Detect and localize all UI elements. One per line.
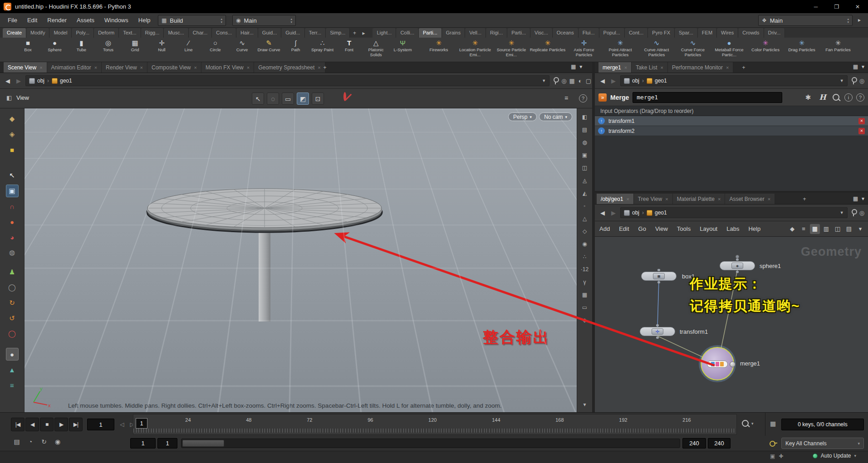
playhead-marker[interactable]: 1 xyxy=(136,418,147,429)
scene-materials-icon[interactable]: ◍ xyxy=(579,137,590,147)
net-tools-icon[interactable]: ◆ xyxy=(787,224,797,234)
close-tab-icon[interactable]: × xyxy=(718,196,721,202)
shelf-tool[interactable]: T Font xyxy=(336,38,363,61)
pin-icon[interactable] xyxy=(850,209,857,217)
scene-viewport[interactable]: Persp ▾ No cam ▾ y x Left mouse tumbles.… xyxy=(25,108,577,412)
remove-input-icon[interactable]: × xyxy=(858,118,865,124)
shelf-add-tab-button[interactable]: + xyxy=(350,28,359,38)
close-tab-icon[interactable]: × xyxy=(665,196,668,202)
ghost-icon[interactable]: ◍ xyxy=(6,246,19,259)
shelf-tool[interactable]: ✳ F xyxy=(856,38,868,61)
go-to-start-button[interactable]: |◀ xyxy=(11,418,25,431)
go-to-end-button[interactable]: ▶| xyxy=(69,418,83,431)
toolbar-more-icon[interactable]: ▾ xyxy=(579,400,590,409)
range-start-field[interactable]: 1 xyxy=(130,438,156,448)
ruler-icon[interactable]: ▭ xyxy=(579,302,590,312)
paint-brush-icon[interactable]: ◆ xyxy=(6,112,19,125)
scene-spinner[interactable]: ▴▾ xyxy=(290,17,292,24)
display-normals-icon[interactable]: △ xyxy=(579,214,590,224)
white-panel-icon[interactable]: ▢ xyxy=(586,78,591,84)
shelf-tab[interactable]: Parti... xyxy=(419,28,442,38)
hide-objects-icon[interactable]: ◬ xyxy=(579,175,590,185)
path-dropdown-icon[interactable]: ▼ xyxy=(840,210,844,215)
shelf-tool[interactable]: ● Metaball Force Partic... xyxy=(711,38,747,61)
shelf-tab[interactable]: Terr... xyxy=(305,28,326,38)
shelf-tab[interactable]: FEM xyxy=(698,28,717,38)
maximize-button[interactable]: ❐ xyxy=(826,0,847,13)
interrupt-render-icon[interactable] xyxy=(343,92,346,101)
net-panes-icon[interactable]: ◫ xyxy=(833,224,843,234)
material-icon[interactable]: ◕ xyxy=(6,231,19,244)
network-menu-item[interactable]: View xyxy=(651,221,672,237)
pin-icon[interactable] xyxy=(552,77,559,85)
close-tab-icon[interactable]: × xyxy=(247,65,250,70)
auto-update-selector[interactable]: Auto Update ▾ xyxy=(813,453,856,459)
menu-item[interactable]: Render xyxy=(42,13,72,28)
sculpt-icon[interactable]: ▲ xyxy=(6,363,19,376)
pane-tab[interactable]: Tree View× xyxy=(634,194,673,204)
shelf-tab[interactable]: Char... xyxy=(189,28,212,38)
display-options-icon[interactable]: ≡ xyxy=(564,94,568,102)
playbar-zoom[interactable]: ▾ xyxy=(741,419,754,428)
breadcrumb-geo1[interactable]: geo1 xyxy=(647,210,667,216)
net-rows-icon[interactable]: ▤ xyxy=(844,224,854,234)
forward-icon[interactable]: ▶ xyxy=(609,210,618,216)
network-menu-item[interactable]: Tools xyxy=(672,221,695,237)
shelf-tab[interactable]: Hair... xyxy=(236,28,258,38)
shelf-tab[interactable]: Rigi... xyxy=(486,28,507,38)
minimize-button[interactable]: ─ xyxy=(805,0,826,13)
shelf-tool[interactable]: ■ Box xyxy=(15,38,41,61)
projection-selector[interactable]: Persp ▾ xyxy=(508,112,537,121)
back-icon[interactable]: ◀ xyxy=(598,210,607,216)
close-tab-icon[interactable]: × xyxy=(626,196,629,202)
shelf-tab[interactable]: Grains xyxy=(442,28,465,38)
shelf-tool[interactable]: ▦ Grid xyxy=(122,38,148,61)
shelf-tab[interactable]: Text... xyxy=(119,28,141,38)
node-sphere1[interactable]: ● xyxy=(720,261,755,270)
shelf-tool[interactable]: ✛ Null xyxy=(148,38,175,61)
close-tab-icon[interactable]: × xyxy=(624,65,627,70)
follow-target-icon[interactable]: ◎ xyxy=(561,78,566,84)
shelf-tool[interactable]: ✛ Axis Force Particles xyxy=(566,38,602,61)
menu-item[interactable]: File xyxy=(3,13,22,28)
shelf-tab[interactable]: Simp... xyxy=(326,28,350,38)
help-icon[interactable]: ? xyxy=(856,93,864,102)
drag-select-icon[interactable]: ▭ xyxy=(282,93,294,105)
path-dropdown-icon[interactable]: ▼ xyxy=(840,78,844,83)
shelf-tab[interactable]: Vell... xyxy=(465,28,486,38)
snap-display-icon[interactable]: ◈ xyxy=(579,315,590,325)
pane-grid-icon[interactable]: ▦ xyxy=(571,63,576,70)
lasso-select-icon[interactable]: ◌ xyxy=(267,93,279,105)
network-menu-item[interactable]: Go xyxy=(634,221,651,237)
grid-display-icon[interactable]: ▦ xyxy=(579,290,590,300)
breadcrumb-obj[interactable]: obj xyxy=(29,78,44,84)
cache-icon[interactable]: ▣ xyxy=(770,453,775,459)
pane-tab[interactable]: Render View× xyxy=(102,62,147,73)
menu-item[interactable]: Help xyxy=(133,13,156,28)
shelf-tool[interactable]: ▮ Tube xyxy=(68,38,95,61)
network-menu-item[interactable]: Add xyxy=(595,221,614,237)
range-end-field[interactable]: 240 xyxy=(682,438,706,448)
pane-tab[interactable]: Geometry Spreadsheet× xyxy=(254,62,325,73)
node-transform1[interactable]: ✛ xyxy=(640,327,675,336)
back-icon[interactable]: ◀ xyxy=(598,78,607,84)
back-icon[interactable]: ◀ xyxy=(4,78,12,84)
pane-menu-icon[interactable]: ▾ xyxy=(579,63,582,70)
shelf-tool[interactable]: ∴ Spray Paint xyxy=(309,38,336,61)
pane-tab[interactable]: /obj/geo1× xyxy=(597,194,634,204)
shelf-tool[interactable]: ∕ Line xyxy=(175,38,202,61)
shelf-tab[interactable]: Musc... xyxy=(164,28,188,38)
shelf-tab[interactable]: Deform xyxy=(94,28,119,38)
pane-tab[interactable]: Motion FX View× xyxy=(201,62,254,73)
pane-grid-icon[interactable]: ▦ xyxy=(853,63,858,70)
net-tree-icon[interactable]: ≡ xyxy=(799,224,809,234)
pane-tab[interactable]: Take List× xyxy=(632,62,668,73)
step-back-button[interactable]: ◀ xyxy=(25,418,39,431)
shelf-tab[interactable]: Flui... xyxy=(579,28,599,38)
forward-icon[interactable]: ▶ xyxy=(15,78,23,84)
info-icon[interactable]: i xyxy=(844,93,853,102)
material-ball-icon[interactable]: ◐ xyxy=(579,78,582,84)
bypass-flag-icon[interactable] xyxy=(730,361,736,367)
set-keyframe-icon[interactable]: ▤ xyxy=(11,436,23,448)
shelf-tool[interactable]: ✳ Point Attract Particles xyxy=(602,38,638,61)
